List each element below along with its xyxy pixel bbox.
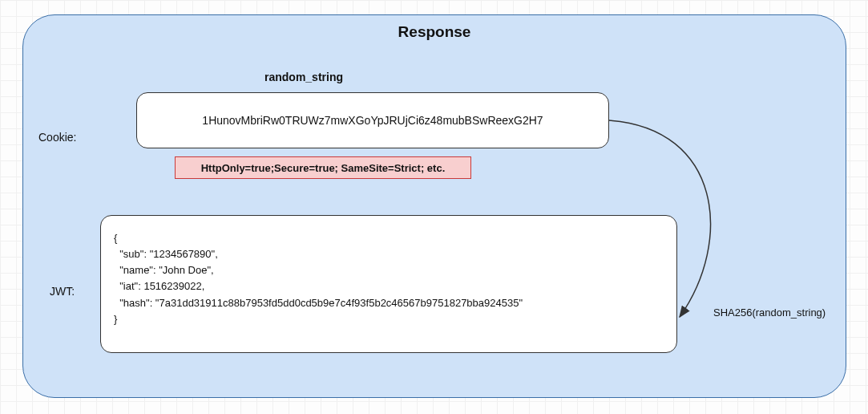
response-title: Response — [23, 23, 846, 41]
sha-label: SHA256(random_string) — [713, 306, 826, 319]
random-string-label: random_string — [264, 71, 343, 83]
jwt-payload-text: { "sub": "1234567890", "name": "John Doe… — [114, 232, 523, 325]
cookie-value-box: 1HunovMbriRw0TRUWz7mwXGoYpJRUjCi6z48mubB… — [136, 92, 609, 148]
cookie-value: 1HunovMbriRw0TRUWz7mwXGoYpJRUjCi6z48mubB… — [202, 114, 543, 127]
cookie-attributes-box: HttpOnly=true;Secure=true; SameSite=Stri… — [175, 156, 471, 179]
jwt-payload-box: { "sub": "1234567890", "name": "John Doe… — [100, 215, 677, 353]
cookie-attributes: HttpOnly=true;Secure=true; SameSite=Stri… — [201, 162, 446, 174]
jwt-label: JWT: — [50, 285, 75, 298]
cookie-label: Cookie: — [38, 131, 76, 144]
